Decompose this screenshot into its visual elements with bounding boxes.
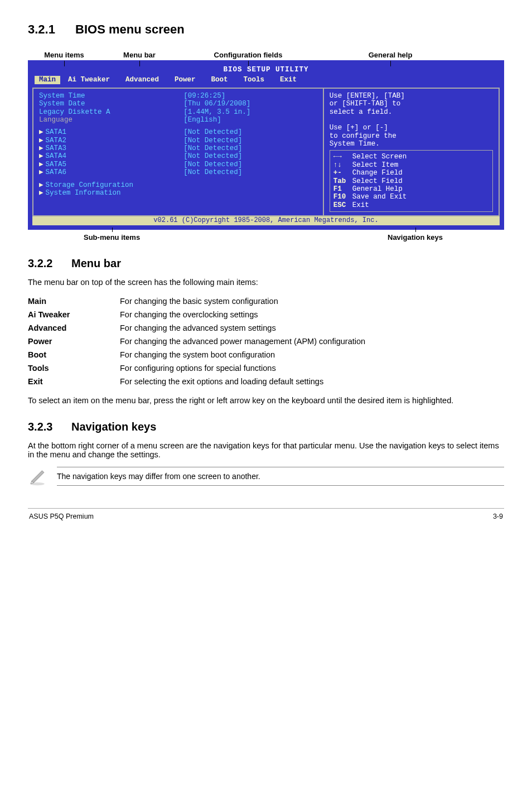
bios-field-value: [1.44M, 3.5 in.] — [183, 108, 250, 116]
bios-field-value: [09:26:25] — [183, 92, 225, 100]
bios-field-label: Legacy Diskette A — [39, 108, 183, 116]
menu-bar-items-table: MainFor changing the basic system config… — [28, 294, 365, 388]
bios-field-label: ▶System Information — [39, 189, 183, 197]
bios-tab-tools[interactable]: Tools — [236, 76, 273, 84]
bios-field-row[interactable]: System Date[Thu 06/19/2008] — [39, 100, 317, 108]
bios-field-row[interactable]: ▶SATA2[Not Detected] — [39, 137, 317, 144]
menu-item-desc: For changing the advanced system setting… — [120, 321, 365, 335]
bios-tab-exit[interactable]: Exit — [272, 76, 304, 84]
bios-field-row[interactable]: ▶SATA1[Not Detected] — [39, 128, 317, 136]
bios-body: System Time[09:26:25]System Date[Thu 06/… — [32, 88, 500, 216]
bios-field-row[interactable]: ▶SATA6[Not Detected] — [39, 168, 317, 176]
bios-field-row[interactable]: System Time[09:26:25] — [39, 92, 317, 100]
bios-copyright-footer: v02.61 (C)Copyright 1985-2008, American … — [32, 216, 500, 225]
bios-field-row[interactable]: ▶SATA4[Not Detected] — [39, 152, 317, 160]
bios-title: BIOS SETUP UTILITY — [32, 65, 500, 76]
nav-key-row: ESCExit — [333, 201, 489, 209]
bios-field-row[interactable]: ▶SATA5[Not Detected] — [39, 161, 317, 168]
callout-menu-bar: Menu bar — [100, 51, 178, 59]
submenu-arrow-icon: ▶ — [39, 137, 43, 144]
nav-key-row: ←→Select Screen — [333, 153, 489, 161]
nav-key-desc: Save and Exit — [352, 193, 407, 201]
nav-key-key: ←→ — [333, 153, 352, 161]
section-323-text: At the bottom right corner of a menu scr… — [28, 441, 504, 459]
nav-key-key: F1 — [333, 185, 352, 193]
bios-field-label: ▶Storage Configuration — [39, 181, 183, 189]
nav-key-row: TabSelect Field — [333, 177, 489, 185]
menu-item-desc: For changing the system boot configurati… — [120, 348, 365, 361]
bios-field-label: ▶SATA6 — [39, 168, 183, 176]
bios-field-row[interactable]: Language[English] — [39, 116, 317, 124]
bios-right-panel: Use [ENTER], [TAB]or [SHIFT-TAB] toselec… — [324, 89, 499, 215]
nav-key-desc: Select Screen — [352, 153, 407, 161]
section-322-intro: The menu bar on top of the screen has th… — [28, 278, 504, 287]
footer-right: 3-9 — [493, 513, 503, 520]
nav-key-desc: Select Item — [352, 161, 399, 169]
section-323-heading: 3.2.3 Navigation keys — [28, 421, 504, 433]
bios-field-label: ▶SATA4 — [39, 152, 183, 160]
bios-tab-main[interactable]: Main — [35, 76, 60, 84]
help-text-line: or [SHIFT-TAB] to — [330, 100, 493, 108]
callout-general-help: General help — [318, 51, 463, 59]
bios-tab-advanced[interactable]: Advanced — [118, 76, 167, 84]
menu-item-name: Boot — [28, 348, 120, 361]
table-row: ExitFor selecting the exit options and l… — [28, 375, 365, 388]
menu-item-name: Main — [28, 294, 120, 308]
bios-field-value: [Not Detected] — [183, 128, 242, 136]
submenu-arrow-icon: ▶ — [39, 161, 43, 168]
menu-item-desc: For changing the basic system configurat… — [120, 294, 365, 308]
section-321-num: 3.2.1 — [28, 22, 55, 37]
help-text-line: to configure the — [330, 132, 493, 140]
bios-tab-ai-tweaker[interactable]: Ai Tweaker — [60, 76, 118, 84]
bios-field-row[interactable]: Legacy Diskette A[1.44M, 3.5 in.] — [39, 108, 317, 116]
callout-config-fields: Configuration fields — [178, 51, 318, 59]
bios-field-row[interactable]: ▶Storage Configuration — [39, 181, 317, 189]
bios-field-value: [English] — [183, 116, 221, 124]
menu-item-desc: For selecting the exit options and loadi… — [120, 375, 365, 388]
bios-tab-power[interactable]: Power — [167, 76, 204, 84]
bios-field-row[interactable]: ▶System Information — [39, 189, 317, 197]
submenu-arrow-icon: ▶ — [39, 152, 43, 160]
table-row: BootFor changing the system boot configu… — [28, 348, 365, 361]
table-row: Ai TweakerFor changing the overclocking … — [28, 308, 365, 321]
bios-field-label: ▶SATA5 — [39, 161, 183, 168]
callout-submenu-items: Sub-menu items — [84, 233, 140, 241]
bios-field-label: ▶SATA1 — [39, 128, 183, 136]
section-321-title: BIOS menu screen — [75, 22, 185, 36]
submenu-arrow-icon: ▶ — [39, 181, 43, 189]
section-323-title: Navigation keys — [71, 421, 156, 433]
bios-field-row[interactable]: ▶SATA3[Not Detected] — [39, 144, 317, 152]
nav-key-key: ESC — [333, 201, 352, 209]
table-row: AdvancedFor changing the advanced system… — [28, 321, 365, 335]
bios-menu-bar: MainAi TweakerAdvancedPowerBootToolsExit — [32, 76, 500, 87]
menu-item-name: Power — [28, 335, 120, 348]
bios-tab-boot[interactable]: Boot — [204, 76, 236, 84]
menu-item-name: Ai Tweaker — [28, 308, 120, 321]
help-text-line: Use [ENTER], [TAB] — [330, 92, 493, 100]
bios-field-value: [Not Detected] — [183, 168, 242, 176]
help-text-line: select a field. — [330, 108, 493, 116]
nav-key-desc: Exit — [352, 201, 369, 209]
nav-key-row: ↑↓Select Item — [333, 161, 489, 169]
bios-field-label: ▶SATA3 — [39, 144, 183, 152]
section-322-num: 3.2.2 — [28, 257, 52, 270]
bios-field-label: System Time — [39, 92, 183, 100]
submenu-arrow-icon: ▶ — [39, 189, 43, 197]
note-box: The navigation keys may differ from one … — [28, 467, 504, 486]
nav-key-key: F10 — [333, 193, 352, 201]
submenu-arrow-icon: ▶ — [39, 168, 43, 176]
bios-field-value: [Not Detected] — [183, 137, 242, 144]
submenu-arrow-icon: ▶ — [39, 144, 43, 152]
nav-key-row: F1General Help — [333, 185, 489, 193]
help-text-line — [330, 116, 493, 124]
section-321-heading: 3.2.1 BIOS menu screen — [28, 22, 504, 37]
menu-item-name: Tools — [28, 361, 120, 375]
note-text: The navigation keys may differ from one … — [57, 467, 504, 486]
footer-left: ASUS P5Q Premium — [29, 513, 94, 520]
table-row: ToolsFor configuring options for special… — [28, 361, 365, 375]
bios-context-help: Use [ENTER], [TAB]or [SHIFT-TAB] toselec… — [330, 92, 493, 148]
bios-bottom-callouts: Sub-menu items Navigation keys — [28, 233, 504, 241]
bios-field-value: [Thu 06/19/2008] — [183, 100, 250, 108]
svg-marker-1 — [32, 471, 44, 483]
menu-item-desc: For configuring options for special func… — [120, 361, 365, 375]
